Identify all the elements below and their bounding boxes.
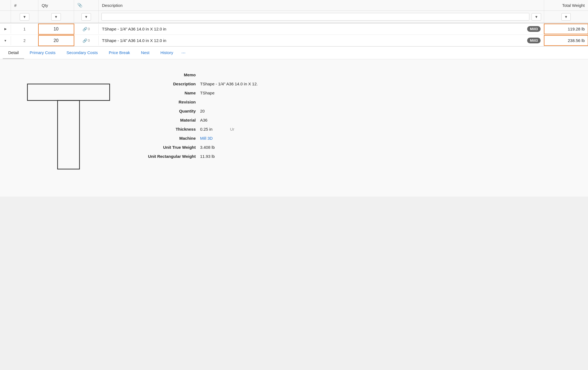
row-qty-2[interactable]: 20 [38, 35, 74, 46]
memo-label: Memo [140, 72, 200, 77]
row-number-2: 2 [11, 36, 38, 46]
tab-primary-costs[interactable]: Primary Costs [24, 47, 61, 59]
revision-label: Revision [140, 100, 200, 104]
detail-panel: Memo Description TShape - 1/4" A36 14.0 … [0, 59, 588, 197]
unit-rect-weight-value: 11.93 lb [200, 154, 580, 159]
quantity-label: Quantity [140, 109, 200, 113]
filter-num-cell: ▼ [11, 11, 38, 23]
filter-row: ▼ ▼ ▼ ▼ ▼ [0, 11, 588, 23]
name-row: Name TShape [140, 88, 580, 97]
row-expand-1[interactable]: ▶ [0, 24, 11, 33]
filter-description-cell: ▼ [99, 11, 544, 23]
table-row: ▶ 1 10 🔗 0 TShape - 1/4" A36 14.0 in X 1… [0, 23, 588, 35]
thickness-label: Thickness [140, 127, 200, 131]
filter-description-button[interactable]: ▼ [532, 13, 541, 21]
filter-weight-cell: ▼ [544, 11, 588, 23]
row-number-1: 1 [11, 24, 38, 34]
thickness-suffix: Ur [230, 127, 234, 131]
filter-num-button[interactable]: ▼ [20, 13, 29, 21]
description-text-1: TShape - 1/4" A36 14.0 in X 12.0 in [102, 27, 166, 31]
description-row: Description TShape - 1/4" A36 14.0 in X … [140, 79, 580, 88]
memo-row: Memo [140, 70, 580, 79]
row-qty-1[interactable]: 10 [38, 24, 74, 34]
unit-true-weight-row: Unit True Weight 3.408 lb [140, 143, 580, 152]
tab-history[interactable]: History [155, 47, 179, 59]
link-icon-1: 🔗 [83, 27, 87, 31]
material-label: Material [140, 118, 200, 122]
row-expand-2[interactable]: ▼ [0, 36, 11, 45]
col-weight-label: Total Weight [562, 3, 585, 8]
paperclip-icon: 📎 [77, 3, 83, 8]
row-weight-1: 119.28 lb [544, 24, 588, 34]
filter-attach-cell: ▼ [74, 11, 99, 23]
thickness-value: 0.25 in Ur [200, 127, 580, 131]
filter-attach-button[interactable]: ▼ [81, 13, 91, 21]
col-header-weight: Total Weight [544, 0, 588, 10]
tab-price-break[interactable]: Price Break [103, 47, 136, 59]
mill-badge-2: Mill3 [527, 38, 541, 43]
thickness-row: Thickness 0.25 in Ur [140, 125, 580, 134]
unit-true-weight-value: 3.408 lb [200, 145, 580, 150]
tshape-svg [25, 76, 112, 180]
filter-expand-cell [0, 11, 11, 23]
material-row: Material A36 [140, 116, 580, 125]
row-attach-2[interactable]: 🔗 0 [74, 36, 99, 46]
link-icon-2: 🔗 [83, 38, 87, 43]
shape-drawing-area [0, 65, 132, 191]
unit-rect-weight-row: Unit Rectangular Weight 11.93 lb [140, 152, 580, 161]
col-header-description: Description [99, 0, 544, 10]
expand-arrow-1: ▶ [4, 27, 7, 31]
machine-label: Machine [140, 136, 200, 141]
tab-detail[interactable]: Detail [3, 47, 24, 59]
quantity-value: 20 [200, 109, 580, 113]
row-description-2: TShape - 1/4" A36 14.0 in X 12.0 in Mill… [99, 35, 544, 46]
svg-rect-1 [58, 100, 79, 169]
name-label: Name [140, 91, 200, 95]
more-icon: ··· [181, 50, 186, 55]
material-value: A36 [200, 118, 580, 122]
filter-qty-cell: ▼ [38, 11, 74, 23]
main-table: # Qty 📎 Description Total Weight ▼ ▼ ▼ ▼ [0, 0, 588, 197]
unit-true-weight-label: Unit True Weight [140, 145, 200, 150]
description-value: TShape - 1/4" A36 14.0 in X 12. [200, 82, 580, 86]
col-hash-label: # [14, 3, 16, 8]
quantity-row: Quantity 20 [140, 106, 580, 116]
mill-badge-1: Mill3 [527, 26, 541, 32]
tabs-bar: Detail Primary Costs Secondary Costs Pri… [0, 46, 588, 59]
col-qty-label: Qty [42, 3, 48, 8]
col-header-expand [0, 0, 11, 10]
svg-rect-0 [27, 84, 110, 100]
col-header-qty: Qty [38, 0, 74, 10]
filter-weight-button[interactable]: ▼ [561, 13, 571, 21]
row-description-1: TShape - 1/4" A36 14.0 in X 12.0 in Mill… [99, 23, 544, 35]
description-label: Description [140, 82, 200, 86]
filter-qty-button[interactable]: ▼ [51, 13, 61, 21]
row-weight-2: 238.56 lb [544, 35, 588, 46]
machine-value[interactable]: Mill 3D [200, 136, 580, 141]
table-header: # Qty 📎 Description Total Weight [0, 0, 588, 11]
info-panel: Memo Description TShape - 1/4" A36 14.0 … [132, 65, 588, 191]
col-header-num: # [11, 0, 38, 10]
col-header-attach: 📎 [74, 0, 99, 10]
tab-nest[interactable]: Nest [135, 47, 155, 59]
table-row: ▼ 2 20 🔗 0 TShape - 1/4" A36 14.0 in X 1… [0, 35, 588, 46]
revision-row: Revision [140, 97, 580, 106]
machine-row: Machine Mill 3D [140, 134, 580, 143]
name-value: TShape [200, 91, 580, 95]
description-text-2: TShape - 1/4" A36 14.0 in X 12.0 in [102, 38, 166, 43]
filter-description-input[interactable] [101, 13, 529, 21]
tab-secondary-costs[interactable]: Secondary Costs [61, 47, 103, 59]
row-attach-1[interactable]: 🔗 0 [74, 24, 99, 34]
unit-rect-weight-label: Unit Rectangular Weight [140, 154, 200, 159]
col-description-label: Description [102, 3, 123, 8]
tab-more-button[interactable]: ··· [179, 47, 188, 59]
expand-arrow-2: ▼ [4, 39, 7, 42]
